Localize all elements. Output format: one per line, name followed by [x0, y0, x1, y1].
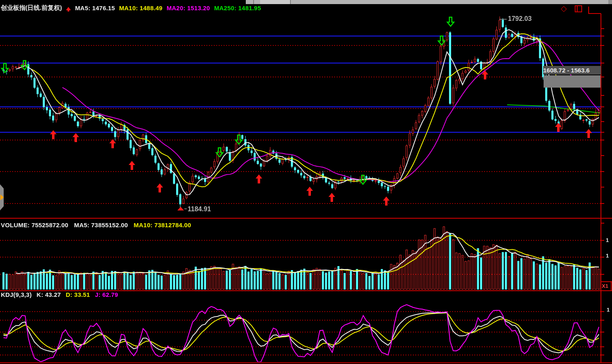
window-title-strip[interactable]: [246, 0, 612, 4]
chart-header: 创业板指(日线.前复权) MA5: 1476.15 MA10: 1488.49 …: [1, 3, 261, 12]
ma5-label: MA5: 1476.15: [75, 5, 115, 11]
range-tooltip: 1608.72 - 1563.6: [543, 66, 601, 75]
volume-unit-label: X1: [602, 283, 608, 289]
volume-ma5-label: MA5: 73855152.00: [74, 222, 128, 228]
kdj-d-label: D: 33.51: [66, 291, 90, 298]
kdj-k-label: K: 43.27: [36, 291, 61, 298]
ma10-label: MA10: 1488.49: [119, 5, 163, 11]
volume-label: VOLUME: 75525872.00: [1, 222, 68, 228]
diamond-icon[interactable]: ◇: [561, 4, 567, 13]
up-arrow-icon: [66, 5, 71, 11]
chart-canvas[interactable]: [0, 0, 612, 364]
low-annotation: 1184.91: [188, 206, 211, 213]
volume-ma10-label: MA10: 73812784.00: [134, 222, 191, 228]
high-annotation: 1792.03: [508, 15, 532, 23]
kdj-j-label: J: 62.79: [95, 291, 118, 298]
sidebar-collapse-handle[interactable]: [0, 184, 4, 210]
trading-app-window: 创业板指(日线.前复权) MA5: 1476.15 MA10: 1488.49 …: [0, 0, 612, 364]
kdj-title: KDJ(9,3,3): [1, 291, 32, 298]
window-layout-icon[interactable]: [575, 5, 582, 12]
chart-title: 创业板指(日线.前复权): [1, 4, 62, 12]
axis-tick-label: 1: [607, 307, 610, 313]
strip-cap: [608, 0, 612, 4]
axis-tick-label: 1: [606, 253, 609, 259]
ma250-label: MA250: 1481.95: [214, 5, 261, 11]
strip-separator: [290, 0, 291, 4]
expand-arrow-icon: [0, 194, 4, 200]
axis-tick-label: 1: [606, 237, 609, 243]
kdj-label-row: KDJ(9,3,3) K: 43.27 D: 33.51 J: 62.79: [1, 291, 118, 298]
range-tooltip-body: [544, 75, 601, 88]
volume-label-row: VOLUME: 75525872.00 MA5: 73855152.00 MA1…: [1, 222, 191, 228]
ma20-label: MA20: 1513.20: [167, 5, 210, 11]
strip-segment: [260, 0, 290, 4]
